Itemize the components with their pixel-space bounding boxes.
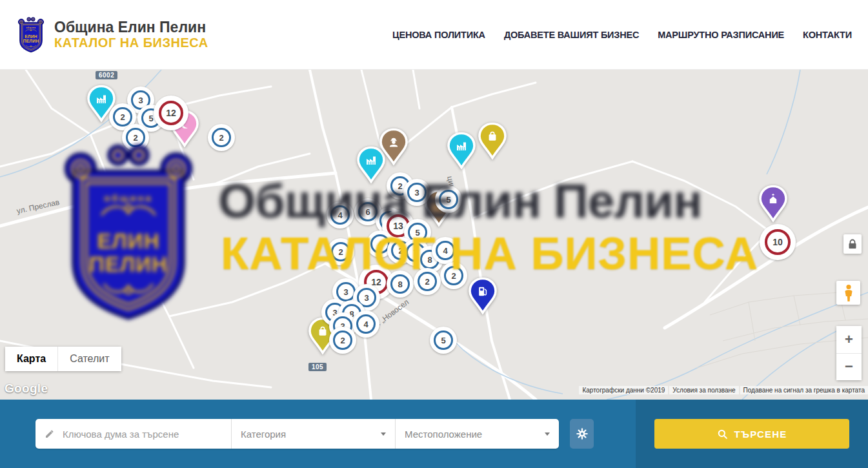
search-icon bbox=[717, 429, 728, 440]
advanced-settings-button[interactable] bbox=[570, 419, 594, 449]
cluster-marker[interactable]: 4 bbox=[432, 237, 459, 264]
cluster-marker[interactable]: 2 bbox=[414, 268, 441, 295]
cluster-marker[interactable]: 2 bbox=[208, 124, 235, 151]
church-pin[interactable] bbox=[758, 185, 789, 225]
page: Община Елин Пелин КАТАЛОГ НА БИЗНЕСА ЦЕН… bbox=[0, 0, 868, 468]
cluster-count: 4 bbox=[330, 205, 350, 225]
site-tagline: КАТАЛОГ НА БИЗНЕСА bbox=[54, 36, 208, 50]
cluster-count: 2 bbox=[333, 331, 352, 350]
cluster-count: 8 bbox=[390, 274, 410, 294]
factory-pin-icon bbox=[446, 132, 477, 169]
cluster-marker[interactable]: 12 bbox=[154, 96, 188, 130]
cluster-count: 4 bbox=[436, 241, 455, 260]
lock-button[interactable] bbox=[843, 234, 862, 254]
category-value: Категория bbox=[241, 429, 286, 440]
road-number-label: 6002 bbox=[96, 71, 117, 79]
search-submit-button[interactable]: ТЪРСЕНЕ bbox=[654, 419, 849, 449]
map-type-satellite-button[interactable]: Сателит bbox=[57, 347, 121, 371]
site-logo[interactable]: Община Елин Пелин КАТАЛОГ НА БИЗНЕСА bbox=[16, 15, 208, 54]
cluster-count: 6 bbox=[358, 202, 378, 221]
lock-icon bbox=[848, 239, 857, 249]
fuel-pin-icon bbox=[467, 277, 498, 314]
map-attribution: Картографски данни ©2019 Условия за полз… bbox=[579, 386, 868, 394]
cluster-count: 2 bbox=[126, 128, 145, 147]
nav-item-route-schedule[interactable]: МАРШРУТНО РАЗПИСАНИЕ bbox=[658, 30, 784, 40]
cluster-marker[interactable]: 3 bbox=[403, 179, 430, 206]
attribution-copyright: Картографски данни ©2019 bbox=[579, 386, 668, 394]
google-logo[interactable]: Google bbox=[5, 382, 48, 396]
search-fields-area: Категория Местоположение bbox=[0, 400, 636, 468]
search-submit-label: ТЪРСЕНЕ bbox=[734, 429, 787, 440]
attribution-report-link[interactable]: Подаване на сигнал за грешка в картата bbox=[740, 386, 868, 394]
cluster-count: 2 bbox=[444, 266, 463, 285]
worker-pin-icon bbox=[378, 128, 409, 165]
cluster-count: 2 bbox=[418, 272, 437, 291]
search-fields: Категория Местоположение bbox=[35, 419, 559, 449]
street-view-pegman-button[interactable] bbox=[836, 281, 860, 305]
zoom-out-button[interactable]: − bbox=[836, 354, 862, 381]
search-panel: Категория Местоположение bbox=[0, 400, 868, 468]
cluster-count: 5 bbox=[434, 331, 453, 350]
cluster-count: 2 bbox=[113, 107, 132, 127]
fuel-pin[interactable] bbox=[467, 277, 498, 317]
bag-pin-icon bbox=[477, 122, 508, 159]
zoom-in-button[interactable]: + bbox=[836, 326, 862, 354]
cluster-count: 4 bbox=[356, 314, 376, 334]
cluster-count: 10 bbox=[765, 229, 791, 255]
cluster-marker[interactable]: 2 bbox=[122, 124, 149, 151]
main-nav: ЦЕНОВА ПОЛИТИКА ДОБАВЕТЕ ВАШИЯТ БИЗНЕС М… bbox=[392, 30, 852, 40]
road-number-label: 105 bbox=[308, 363, 327, 371]
map-type-map-button[interactable]: Карта bbox=[5, 347, 57, 371]
cluster-count: 12 bbox=[159, 101, 183, 125]
municipality-emblem-icon bbox=[16, 15, 46, 54]
cluster-count: 2 bbox=[212, 128, 231, 147]
nav-item-pricing[interactable]: ЦЕНОВА ПОЛИТИКА bbox=[392, 30, 485, 40]
nav-item-contacts[interactable]: КОНТАКТИ bbox=[803, 30, 852, 40]
cluster-marker[interactable]: 10 bbox=[760, 224, 796, 260]
cluster-marker[interactable]: 2 bbox=[440, 262, 467, 289]
cluster-count: 5 bbox=[439, 190, 458, 209]
zoom-control: + − bbox=[836, 326, 862, 380]
cluster-count: 2 bbox=[331, 242, 350, 261]
cluster-marker[interactable]: 2 bbox=[329, 327, 356, 354]
location-value: Местоположение bbox=[405, 429, 482, 440]
chevron-down-icon bbox=[545, 432, 550, 436]
header: Община Елин Пелин КАТАЛОГ НА БИЗНЕСА ЦЕН… bbox=[0, 0, 868, 70]
cluster-marker[interactable]: 2 bbox=[327, 238, 354, 265]
pencil-icon bbox=[45, 428, 55, 440]
map-type-control: Карта Сателит bbox=[5, 347, 121, 371]
factory-pin[interactable] bbox=[446, 132, 477, 172]
keyword-input[interactable] bbox=[61, 428, 222, 440]
attribution-terms-link[interactable]: Условия за ползване bbox=[669, 386, 738, 394]
nav-item-add-business[interactable]: ДОБАВЕТЕ ВАШИЯТ БИЗНЕС bbox=[504, 30, 639, 40]
search-submit-area: ТЪРСЕНЕ bbox=[636, 400, 868, 468]
map-canvas[interactable]: ул. Преславбул. „Новоселции“600210532512… bbox=[0, 70, 868, 400]
worker-pin[interactable] bbox=[378, 128, 409, 168]
location-select[interactable]: Местоположение bbox=[395, 419, 559, 449]
cluster-marker[interactable]: 5 bbox=[435, 186, 462, 213]
pegman-icon bbox=[842, 284, 856, 302]
cluster-marker[interactable]: 5 bbox=[430, 327, 457, 354]
gear-icon bbox=[575, 427, 589, 441]
bag-pin[interactable] bbox=[477, 122, 508, 162]
cluster-marker[interactable]: 4 bbox=[352, 310, 379, 338]
keyword-field[interactable] bbox=[35, 419, 231, 449]
cluster-marker[interactable]: 8 bbox=[387, 270, 414, 298]
church-pin-icon bbox=[758, 185, 789, 222]
cluster-count: 3 bbox=[407, 183, 427, 202]
category-select[interactable]: Категория bbox=[231, 419, 395, 449]
cluster-marker[interactable]: 4 bbox=[327, 201, 354, 229]
site-name: Община Елин Пелин bbox=[54, 19, 208, 36]
chevron-down-icon bbox=[381, 432, 386, 436]
